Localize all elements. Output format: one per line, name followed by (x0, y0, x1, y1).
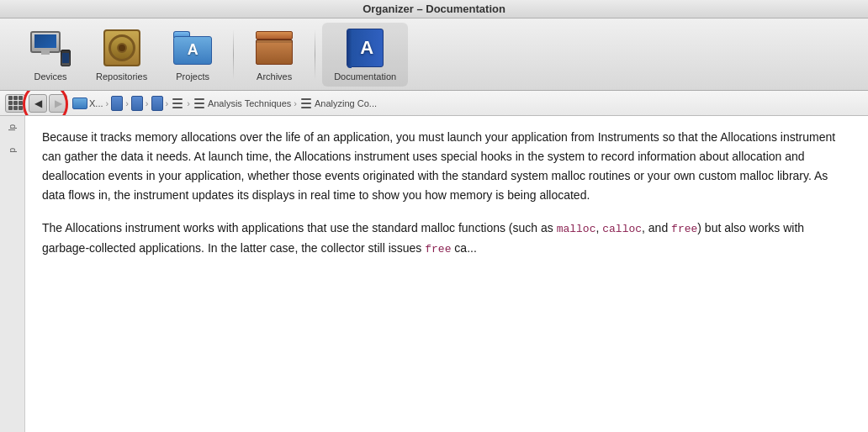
sidebar-label-p[interactable]: p (8, 148, 17, 153)
repositories-label: Repositories (96, 71, 147, 82)
back-button[interactable]: ◀ (29, 94, 47, 113)
paragraph-2-before: The Allocations instrument works with ap… (42, 221, 557, 234)
grid-view-button[interactable] (5, 94, 25, 113)
devices-icon (30, 28, 71, 68)
breadcrumb-item-6[interactable]: Analyzing Co... (299, 97, 377, 110)
breadcrumb-item-5[interactable]: Analysis Techniques (193, 97, 291, 110)
breadcrumb-chevron-3: › (166, 98, 169, 108)
code-free: free (671, 223, 697, 235)
toolbar-separator-2 (315, 29, 315, 80)
breadcrumb-item-2[interactable] (131, 96, 143, 111)
list-icon-2 (299, 97, 313, 110)
breadcrumb-chevron-1: › (125, 98, 129, 108)
paragraph-2-end: ca... (451, 241, 476, 255)
breadcrumb-item-1[interactable] (111, 96, 123, 111)
repositories-icon (102, 28, 142, 68)
forward-button[interactable]: ▶ (49, 94, 67, 113)
projects-label: Projects (176, 71, 209, 82)
documentation-label: Documentation (334, 71, 396, 82)
paragraph-2: The Allocations instrument works with ap… (42, 219, 851, 258)
doc-icon-small-2 (131, 96, 143, 111)
sidebar-label-lp[interactable]: lp (8, 124, 17, 131)
back-icon: ◀ (34, 97, 42, 109)
breadcrumb-text-6: Analyzing Co... (315, 98, 377, 108)
breadcrumb-text-0: X... (89, 98, 103, 108)
title-bar: Organizer – Documentation (0, 0, 868, 18)
paragraph-2-mid2: , and (642, 221, 671, 234)
breadcrumb-chevron-4: › (187, 98, 190, 108)
nav-back-group: ◀ ▶ (29, 94, 67, 113)
breadcrumb-chevron-5: › (294, 98, 297, 108)
toolbar-item-devices[interactable]: Devices (17, 23, 84, 87)
grid-icon (8, 96, 23, 110)
list-icon-1 (193, 97, 206, 110)
toolbar-item-documentation[interactable]: A Documentation (322, 23, 408, 87)
breadcrumb-chevron-0: › (106, 98, 109, 108)
toolbar-separator (233, 29, 234, 80)
main-content: Because it tracks memory allocations ove… (25, 116, 868, 432)
window-title: Organizer – Documentation (363, 3, 505, 15)
archives-icon (254, 28, 294, 68)
folder-icon (72, 97, 87, 109)
paragraph-1-text: Because it tracks memory allocations ove… (42, 130, 835, 202)
paragraph-1: Because it tracks memory allocations ove… (42, 128, 851, 205)
toolbar-item-archives[interactable]: Archives (241, 23, 308, 87)
code-malloc: malloc (557, 223, 596, 235)
breadcrumb-chevron-2: › (146, 98, 149, 108)
doc-icon-small-1 (111, 96, 123, 111)
archives-label: Archives (257, 71, 292, 82)
content-area: lp p Because it tracks memory allocation… (0, 116, 868, 432)
list-icon-0 (171, 97, 184, 110)
toolbar-item-projects[interactable]: A Projects (159, 23, 226, 87)
nav-bar: ◀ ▶ X... › › › › › A (0, 91, 868, 116)
documentation-icon: A (345, 28, 385, 68)
breadcrumb-item-4[interactable] (171, 97, 184, 110)
projects-icon: A (172, 28, 213, 68)
toolbar: Devices Repositories A Projects (0, 18, 868, 91)
code-calloc: calloc (602, 223, 642, 235)
devices-label: Devices (34, 71, 66, 82)
left-sidebar: lp p (0, 116, 25, 432)
doc-icon-small-3 (151, 96, 163, 111)
toolbar-item-repositories[interactable]: Repositories (84, 23, 159, 87)
breadcrumb-item-3[interactable] (151, 96, 163, 111)
forward-icon: ▶ (55, 97, 62, 109)
code-free-2: free (425, 243, 451, 256)
breadcrumb-item-0[interactable]: X... (72, 97, 103, 109)
breadcrumb-text-5: Analysis Techniques (208, 98, 291, 108)
